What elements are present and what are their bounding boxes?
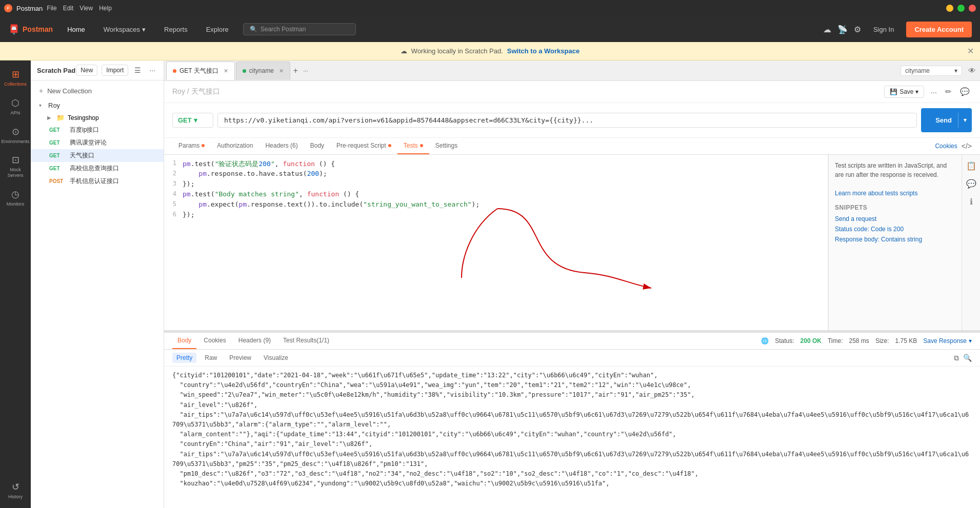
- app-title: Postman: [16, 5, 43, 12]
- search-placeholder: Search Postman: [261, 26, 306, 33]
- tab-close-icon-2[interactable]: ✕: [279, 68, 284, 74]
- req-tab-headers[interactable]: Headers (6): [259, 138, 304, 154]
- save-response-arrow: ▾: [969, 337, 972, 344]
- req-tab-settings[interactable]: Settings: [429, 138, 464, 154]
- api-name-tencent: 腾讯课堂评论: [70, 138, 107, 147]
- copy-response-button[interactable]: ⧉: [954, 354, 959, 362]
- right-panel-icon-2[interactable]: 💬: [964, 177, 978, 191]
- nav-workspaces[interactable]: Workspaces ▾: [99, 24, 150, 35]
- more-tabs-button[interactable]: ···: [301, 67, 310, 74]
- send-button[interactable]: Send ▾: [921, 108, 972, 132]
- minimize-button[interactable]: [946, 5, 953, 12]
- close-button[interactable]: [969, 5, 976, 12]
- req-tab-params[interactable]: Params: [172, 138, 211, 154]
- code-editor[interactable]: 1pm.test("验证状态码是200", function () {2 pm.…: [164, 155, 828, 330]
- learn-more-link[interactable]: Learn more about tests scripts: [835, 190, 917, 197]
- search-response-button[interactable]: 🔍: [963, 354, 972, 362]
- app-logo: P: [4, 4, 12, 12]
- req-tab-body[interactable]: Body: [304, 138, 330, 154]
- sidebar-item-mock-servers[interactable]: ⊡ Mock Servers: [2, 150, 29, 182]
- code-line: 3});: [164, 179, 828, 190]
- api-item-tianqi[interactable]: GET 天气接口: [31, 149, 164, 162]
- api-item-gaoxiao[interactable]: GET 高校信息查询接口: [31, 162, 164, 175]
- folder-row-roy[interactable]: ▾ Roy: [31, 99, 164, 112]
- fmt-tab-preview[interactable]: Preview: [225, 353, 255, 363]
- editor-container: 1pm.test("验证状态码是200", function () {2 pm.…: [164, 155, 980, 508]
- snippet-status-code[interactable]: Status code: Code is 200: [835, 226, 955, 233]
- tab-cityname[interactable]: cityname ✕: [236, 62, 290, 80]
- sidebar-item-monitors[interactable]: ◷ Monitors: [2, 185, 29, 211]
- sign-in-button[interactable]: Sign In: [867, 24, 900, 35]
- add-tab-button[interactable]: +: [291, 66, 300, 75]
- right-panel-icon-3[interactable]: ℹ: [968, 195, 975, 209]
- snippet-send-request[interactable]: Send a request: [835, 215, 955, 222]
- tab-label-cityname: cityname: [249, 67, 274, 74]
- url-input[interactable]: [217, 113, 917, 128]
- req-tab-authorization[interactable]: Authorization: [211, 138, 259, 154]
- save-button[interactable]: 💾 Send Save ▾: [884, 86, 924, 98]
- api-item-shouji[interactable]: POST 手机信息认证接口: [31, 175, 164, 188]
- comment-icon[interactable]: 💬: [958, 85, 972, 98]
- nav-reports[interactable]: Reports: [160, 24, 192, 35]
- banner-close-button[interactable]: ✕: [967, 46, 974, 56]
- breadcrumb: Roy / 天气接口: [172, 87, 880, 96]
- banner-link[interactable]: Switch to a Workspace: [507, 47, 579, 55]
- create-account-button[interactable]: Create Account: [906, 22, 972, 37]
- time-label: Time:: [828, 337, 843, 344]
- sidebar-item-collections[interactable]: ⊞ Collections: [2, 65, 29, 91]
- fmt-tab-visualize[interactable]: Visualize: [259, 353, 292, 363]
- resp-tab-cookies[interactable]: Cookies: [198, 333, 231, 349]
- menu-help[interactable]: Help: [99, 5, 112, 12]
- resp-tab-body[interactable]: Body: [172, 333, 196, 349]
- right-panel-icon-1[interactable]: 📋: [964, 159, 978, 173]
- api-item-tencent[interactable]: GET 腾讯课堂评论: [31, 136, 164, 149]
- more-options-button[interactable]: ···: [928, 86, 939, 98]
- subfolder-tesingshop[interactable]: ▶ 📁 Tesingshop: [31, 112, 164, 124]
- code-toggle-icon[interactable]: </>: [962, 142, 972, 150]
- line-number: 3: [164, 180, 183, 187]
- search-bar[interactable]: 🔍 Search Postman: [243, 23, 356, 35]
- sidebar-item-history[interactable]: ↺ History: [2, 477, 29, 504]
- import-button[interactable]: Import: [102, 65, 128, 76]
- resp-tab-test-results[interactable]: Test Results(1/1): [278, 333, 334, 349]
- nav-explore[interactable]: Explore: [202, 24, 233, 35]
- panel-filter-icon[interactable]: ☰: [132, 65, 143, 76]
- new-collection-item[interactable]: + New Collection: [31, 83, 164, 99]
- nav-home[interactable]: Home: [63, 24, 89, 35]
- resp-tab-headers[interactable]: Headers (9): [233, 333, 276, 349]
- req-tab-auth-label: Authorization: [217, 142, 253, 149]
- save-icon: 💾: [890, 88, 897, 95]
- settings-icon[interactable]: ⚙: [854, 25, 861, 34]
- response-body[interactable]: {"cityid":"101200101","date":"2021-04-18…: [164, 367, 980, 508]
- eye-icon[interactable]: 👁: [966, 64, 978, 77]
- method-select[interactable]: GET ▾: [172, 113, 213, 128]
- fmt-tab-raw[interactable]: Raw: [201, 353, 221, 363]
- send-arrow-icon: ▾: [958, 113, 972, 128]
- req-tab-tests[interactable]: Tests: [397, 138, 429, 154]
- pencil-icon[interactable]: ✏: [943, 85, 954, 98]
- sidebar-item-environments[interactable]: ⊙ Environments: [2, 122, 29, 149]
- api-item-baidu[interactable]: GET 百度ip接口: [31, 124, 164, 136]
- tab-close-icon[interactable]: ✕: [224, 68, 228, 74]
- mock-servers-icon: ⊡: [12, 154, 19, 166]
- menu-edit[interactable]: Edit: [63, 5, 74, 12]
- save-response-button[interactable]: Save Response ▾: [923, 337, 972, 344]
- tabs-bar: GET 天气接口 ✕ cityname ✕ + ··· cityname ▾ 👁: [164, 60, 980, 81]
- req-tab-pre-request[interactable]: Pre-request Script: [330, 138, 397, 154]
- collection-tree: + New Collection ▾ Roy ▶ 📁 Tesingshop GE…: [31, 80, 164, 508]
- api-name-tianqi: 天气接口: [70, 151, 94, 160]
- panel-title: Scratch Pad: [37, 67, 75, 74]
- right-icons: 📋 💬 ℹ: [962, 155, 980, 330]
- new-button[interactable]: New: [76, 65, 97, 76]
- maximize-button[interactable]: [957, 5, 965, 12]
- tab-variable-display[interactable]: cityname ▾: [901, 66, 962, 76]
- cookies-link[interactable]: Cookies: [935, 143, 957, 150]
- sidebar-item-apis[interactable]: ⬡ APIs: [2, 93, 29, 120]
- snippet-response-body[interactable]: Response body: Contains string: [835, 236, 955, 243]
- menu-file[interactable]: File: [47, 5, 56, 12]
- line-number: 6: [164, 211, 183, 218]
- fmt-tab-pretty[interactable]: Pretty: [172, 353, 196, 363]
- menu-view[interactable]: View: [79, 5, 93, 12]
- tab-get-tianqi[interactable]: GET 天气接口 ✕: [166, 62, 235, 80]
- panel-more-icon[interactable]: ···: [147, 65, 157, 76]
